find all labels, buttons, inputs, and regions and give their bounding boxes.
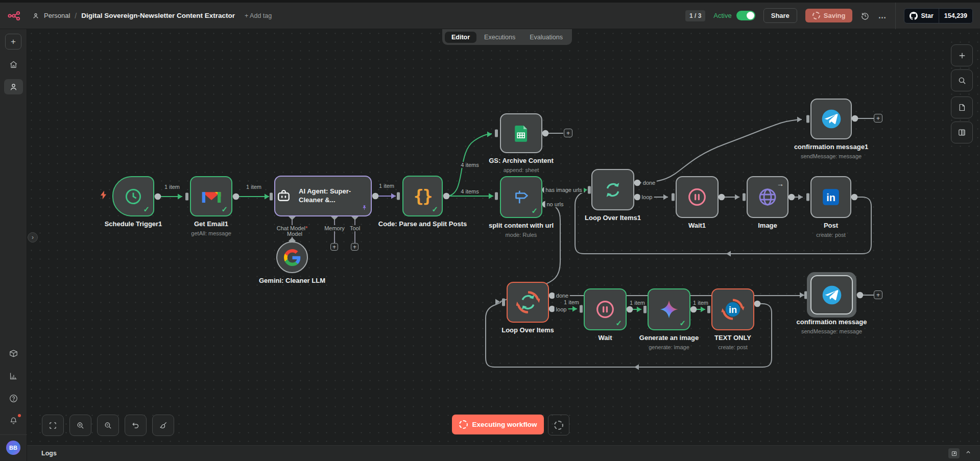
success-check-icon: ✓ [432,205,438,214]
create-workflow-button[interactable]: + [5,34,21,50]
sidebar-item-notifications[interactable] [4,413,23,428]
node-label: Schedule Trigger1 [105,220,162,228]
github-star-widget[interactable]: Star 154,239 [904,8,973,23]
node-label: Get Email1 [194,220,228,228]
gmail-icon [201,188,222,204]
left-sidebar: + BB [0,29,27,461]
executing-spinner-icon [459,420,468,429]
popout-icon [951,450,958,457]
pin-icon [361,204,368,213]
add-node-button[interactable] [951,44,973,66]
execution-spinner-button[interactable] [548,415,569,435]
node-get-email1[interactable]: ✓ [190,176,232,216]
connection-label: 1 item [628,300,647,306]
success-check-icon: ✓ [531,206,538,215]
signpost-icon [512,188,531,206]
node-code-parse-and-split-posts[interactable]: {}✓ [402,176,443,216]
node-gs-archive-content[interactable] [500,113,542,153]
node-text-only[interactable]: in [711,288,754,330]
connection-label: 1 item [163,184,181,190]
zoom-to-fit-button[interactable] [42,415,64,436]
history-icon[interactable] [861,11,870,20]
connection-label: 4 items [459,188,480,195]
undo-button[interactable] [125,415,147,436]
add-connected-node-button[interactable]: + [564,129,572,137]
add-connected-node-button[interactable]: + [874,114,882,123]
sidebar-item-insights[interactable] [4,368,23,383]
zoom-in-icon [76,421,85,430]
node-split-content-with-url[interactable]: ✓ [500,176,542,218]
node-loop-over-items[interactable] [507,282,549,323]
sidebar-item-help[interactable] [4,391,23,406]
add-connected-node-button[interactable]: + [351,243,358,251]
node-ai-agent[interactable]: AI Agent: Super-Cleaner &... [274,176,372,216]
sidebar-item-home[interactable] [4,57,23,72]
zoom-in-button[interactable] [69,415,91,436]
telegram-icon [821,284,843,306]
node-subtitle: append: sheet [504,167,539,173]
breadcrumb: Personal / Digital Sovereign-Newsletter … [32,12,272,20]
open-logs-popout-button[interactable] [948,448,960,458]
more-options-icon[interactable]: … [878,11,887,20]
tidy-up-button[interactable] [152,415,174,436]
connection-label: 1 item [691,300,710,306]
connection-label: Memory [323,225,346,231]
search-button[interactable] [951,69,973,91]
node-gemini-cleaner-llm[interactable] [276,241,308,273]
broom-icon [159,421,168,430]
node-wait1[interactable] [676,176,719,218]
templates-icon [9,349,18,358]
node-schedule-trigger1[interactable]: ✓ [112,176,154,216]
add-connected-node-button[interactable]: + [330,243,338,251]
node-post[interactable]: in [810,176,851,218]
expand-sidebar-chevron-icon[interactable]: › [28,232,38,242]
sheets-icon [512,124,531,143]
zoom-out-button[interactable] [97,415,119,436]
svg-text:in: in [826,192,835,203]
node-confirmation-message[interactable] [810,275,853,314]
toggle-knob [747,12,754,19]
tab-executions[interactable]: Executions [477,32,522,43]
sidebar-item-templates[interactable] [4,346,23,361]
node-image[interactable]: → [747,176,788,218]
sidebar-item-personal[interactable] [4,79,23,94]
zoom-out-icon [104,421,112,430]
saving-button: Saving [805,9,853,22]
expand-logs-chevron-icon[interactable] [965,449,972,458]
node-label: Loop Over Items1 [585,214,641,222]
active-toggle[interactable] [736,11,755,20]
add-connected-node-button[interactable]: + [874,290,882,299]
breadcrumb-workspace[interactable]: Personal [44,12,70,19]
executing-workflow-button[interactable]: Executing workflow [452,415,544,434]
logs-panel-bar[interactable]: Logs [27,445,980,461]
node-subtitle: mode: Rules [506,232,537,238]
sticky-note-button[interactable] [951,96,973,118]
avatar[interactable]: BB [6,441,20,455]
n8n-logo-icon[interactable] [7,10,21,21]
node-title: AI Agent: Super-Cleaner &... [299,187,351,205]
node-generate-an-image[interactable]: ✓ [648,288,690,330]
tab-editor[interactable]: Editor [445,32,476,43]
connection-label: 4 items [459,162,480,168]
workflow-title[interactable]: Digital Sovereign-Newsletter Content Ext… [81,12,235,19]
document-icon [958,103,966,112]
node-loop-over-items1[interactable] [591,169,634,210]
insights-icon [9,371,18,381]
tab-evaluations[interactable]: Evaluations [523,32,569,43]
node-wait[interactable]: ✓ [584,288,627,330]
split-panel-icon [958,128,966,137]
node-label: Wait1 [688,222,706,229]
google-icon [284,249,301,266]
header-divider [895,3,896,29]
connection-label: 1 item [245,184,263,190]
node-label: Code: Parse and Split Posts [377,220,469,229]
node-confirmation-message1[interactable] [810,99,852,139]
fit-view-icon [49,421,57,430]
toggle-panel-button[interactable] [951,122,973,143]
logs-title: Logs [41,450,57,457]
share-button[interactable]: Share [763,8,797,23]
node-label: Loop Over Items [501,326,554,334]
connection-label: loop [640,194,654,200]
add-tag-button[interactable]: + Add tag [245,12,272,19]
help-icon [9,394,18,403]
